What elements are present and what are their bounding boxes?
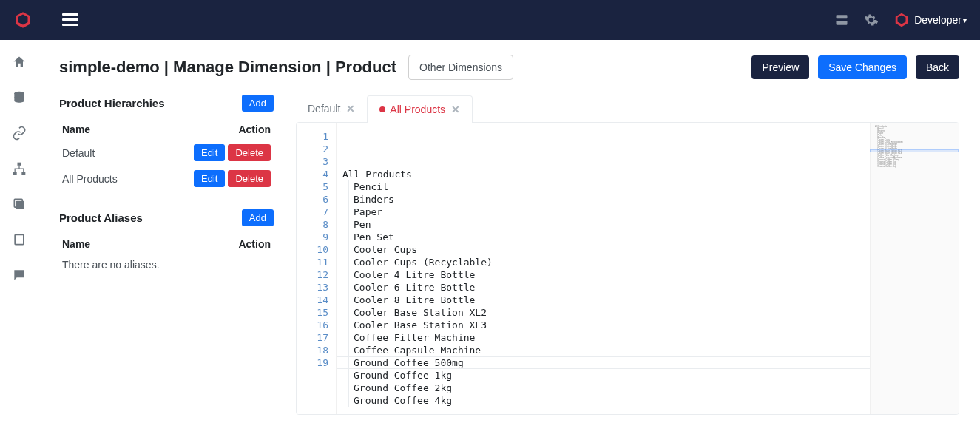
tab-label: Default bbox=[308, 103, 340, 115]
tab-label: All Products bbox=[390, 104, 445, 115]
code-line: Cooler Cups (Recyclable) bbox=[348, 256, 864, 268]
line-number: 11 bbox=[297, 256, 333, 268]
line-number: 4 bbox=[297, 168, 333, 180]
code-line: Cooler Base Station XL2 bbox=[348, 306, 864, 319]
delete-button[interactable]: Delete bbox=[228, 170, 271, 187]
code-line: Pen bbox=[348, 218, 864, 231]
line-number: 14 bbox=[297, 294, 333, 306]
hierarchy-name: All Products bbox=[62, 173, 118, 185]
line-number: 6 bbox=[297, 193, 333, 206]
user-label: Developer bbox=[914, 14, 962, 26]
server-icon[interactable] bbox=[834, 13, 849, 27]
close-icon[interactable]: ✕ bbox=[346, 103, 355, 115]
add-hierarchy-button[interactable]: Add bbox=[242, 95, 274, 112]
code-line: Cooler 6 Litre Bottle bbox=[348, 281, 864, 294]
code-line: Coffee Capsule Machine bbox=[348, 344, 864, 356]
line-number: 16 bbox=[297, 319, 333, 331]
editor-gutter: 12345678910111213141516171819 bbox=[297, 123, 337, 414]
svg-rect-3 bbox=[17, 163, 21, 166]
sidebar bbox=[0, 40, 38, 423]
line-number: 10 bbox=[297, 243, 333, 256]
svg-rect-1 bbox=[837, 21, 848, 25]
menu-toggle-icon[interactable] bbox=[62, 13, 78, 27]
copy-icon[interactable] bbox=[12, 197, 27, 212]
svg-rect-6 bbox=[16, 201, 24, 209]
code-line: Binders bbox=[348, 193, 864, 206]
editor-cursor-line bbox=[337, 356, 870, 369]
minimap-viewport[interactable] bbox=[870, 149, 959, 152]
hierarchies-col-name: Name bbox=[62, 123, 90, 135]
code-line: Cooler Base Station XL3 bbox=[348, 319, 864, 331]
book-icon[interactable] bbox=[12, 232, 27, 247]
editor-code-area[interactable]: All ProductsPencilBindersPaperPenPen Set… bbox=[337, 123, 870, 414]
svg-rect-0 bbox=[837, 15, 848, 18]
code-line: Cooler 8 Litre Bottle bbox=[348, 294, 864, 306]
code-line: Ground Coffee 4kg bbox=[348, 394, 864, 407]
close-icon[interactable]: ✕ bbox=[451, 104, 460, 115]
code-line: Cooler 4 Litre Bottle bbox=[348, 268, 864, 281]
line-number: 17 bbox=[297, 331, 333, 344]
aliases-col-action: Action bbox=[238, 238, 271, 250]
other-dimensions-button[interactable]: Other Dimensions bbox=[408, 55, 513, 80]
line-number: 19 bbox=[297, 356, 333, 369]
code-line: Ground Coffee 2kg bbox=[348, 382, 864, 394]
editor-minimap[interactable]: All Products Pencil Binders Paper Pen Pe… bbox=[870, 123, 959, 414]
page-header: simple-demo | Manage Dimension | Product… bbox=[59, 55, 959, 80]
code-line: Coffee Filter Machine bbox=[348, 331, 864, 344]
line-number: 2 bbox=[297, 143, 333, 155]
edit-button[interactable]: Edit bbox=[194, 170, 225, 187]
database-icon[interactable] bbox=[12, 90, 27, 105]
app-logo-icon bbox=[13, 10, 33, 30]
chevron-down-icon: ▾ bbox=[963, 16, 967, 24]
dirty-indicator-icon bbox=[379, 106, 385, 112]
editor-panel: 12345678910111213141516171819 All Produc… bbox=[296, 122, 959, 415]
top-bar: Developer ▾ bbox=[0, 0, 980, 40]
hierarchy-name: Default bbox=[62, 147, 95, 159]
table-row: DefaultEditDelete bbox=[59, 140, 274, 166]
line-number: 7 bbox=[297, 206, 333, 218]
code-line: Ground Coffee 1kg bbox=[348, 369, 864, 382]
line-number: 8 bbox=[297, 218, 333, 231]
code-line: Paper bbox=[348, 206, 864, 218]
code-line: Cooler Cups bbox=[348, 243, 864, 256]
line-number: 3 bbox=[297, 155, 333, 168]
line-number: 1 bbox=[297, 130, 333, 143]
aliases-empty: There are no aliases. bbox=[59, 254, 274, 275]
code-line: Pencil bbox=[348, 180, 864, 193]
user-menu[interactable]: Developer ▾ bbox=[893, 12, 967, 28]
line-number: 5 bbox=[297, 180, 333, 193]
link-icon[interactable] bbox=[12, 126, 27, 141]
svg-rect-4 bbox=[13, 172, 16, 175]
line-number: 18 bbox=[297, 344, 333, 356]
editor-tabs: Default✕All Products✕ bbox=[296, 95, 959, 122]
aliases-col-name: Name bbox=[62, 238, 90, 250]
svg-rect-5 bbox=[21, 172, 25, 175]
tab[interactable]: All Products✕ bbox=[367, 95, 473, 123]
delete-button[interactable]: Delete bbox=[228, 144, 271, 161]
preview-button[interactable]: Preview bbox=[751, 55, 809, 79]
user-logo-icon bbox=[893, 12, 910, 28]
main-content: simple-demo | Manage Dimension | Product… bbox=[38, 40, 980, 423]
aliases-title: Product Aliases bbox=[59, 212, 143, 224]
sitemap-icon[interactable] bbox=[12, 161, 27, 176]
hierarchies-title: Product Hierarchies bbox=[59, 97, 165, 109]
back-button[interactable]: Back bbox=[916, 55, 959, 79]
code-line: All Products bbox=[342, 168, 864, 180]
line-number: 13 bbox=[297, 281, 333, 294]
table-row: All ProductsEditDelete bbox=[59, 166, 274, 192]
line-number: 15 bbox=[297, 306, 333, 319]
edit-button[interactable]: Edit bbox=[194, 144, 225, 161]
chat-icon[interactable] bbox=[12, 268, 27, 282]
add-alias-button[interactable]: Add bbox=[242, 209, 274, 226]
tab[interactable]: Default✕ bbox=[296, 95, 367, 122]
line-number: 12 bbox=[297, 268, 333, 281]
hierarchies-col-action: Action bbox=[238, 123, 271, 135]
line-number: 9 bbox=[297, 231, 333, 243]
gear-icon[interactable] bbox=[864, 13, 879, 27]
page-title: simple-demo | Manage Dimension | Product bbox=[59, 58, 396, 77]
code-line: Pen Set bbox=[348, 231, 864, 243]
save-changes-button[interactable]: Save Changes bbox=[818, 55, 907, 79]
home-icon[interactable] bbox=[12, 55, 27, 70]
